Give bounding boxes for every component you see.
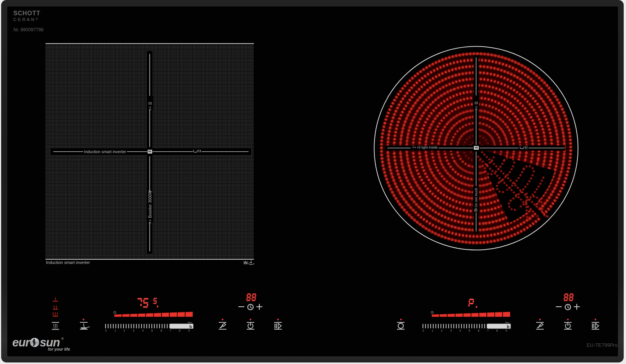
svg-text:eur: eur (12, 336, 31, 349)
svg-text:®: ® (61, 337, 64, 341)
svg-text:for your life: for your life (48, 347, 70, 351)
svg-text:warm: warm (53, 327, 57, 329)
